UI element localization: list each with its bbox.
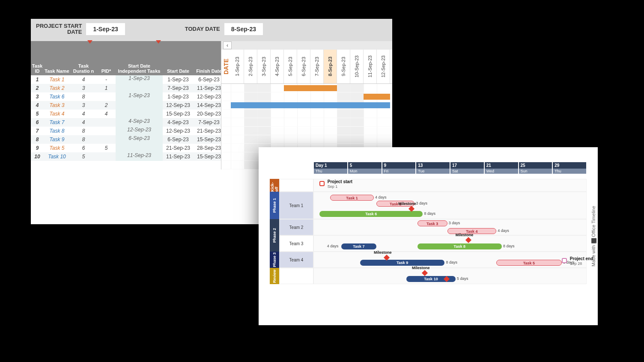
gantt-nav: ‹	[221, 41, 392, 50]
date-column: 3-Sep-23	[257, 50, 271, 83]
cell-task-name: Task 5	[44, 145, 70, 151]
timeline-lane: Task 14 daysTask 23 daysTask 68 daysMile…	[313, 192, 587, 219]
gantt-row	[221, 84, 392, 92]
cell-duration: 8	[70, 136, 97, 142]
col-task-name[interactable]: Task Name	[44, 68, 70, 74]
cell-finish: 6-Sep-23	[194, 77, 224, 83]
cell-start: 7-Sep-23	[163, 85, 194, 91]
cell-task-name: Task 9	[44, 136, 70, 142]
task-bar[interactable]: Task 7	[341, 243, 377, 249]
timeline-lane: Task 33 daysTask 44 days	[313, 219, 587, 235]
sort-icon[interactable]	[87, 40, 92, 44]
cell-duration: 4	[70, 77, 97, 83]
cell-sdi	[116, 144, 163, 152]
phase-label: Phase 2	[270, 219, 279, 252]
cell-pid: -	[97, 77, 116, 83]
task-table-header: Task ID Task Name Task Duratio n PID* St…	[31, 41, 221, 75]
cell-sdi	[116, 84, 163, 92]
cell-duration: 5	[70, 154, 97, 160]
today-label: TODAY DATE	[185, 26, 220, 32]
cell-finish: 15-Sep-23	[194, 154, 224, 160]
cell-sdi: 6-Sep-23	[116, 135, 163, 144]
task-bar[interactable]: Task 5	[496, 260, 562, 266]
sort-icon[interactable]	[156, 40, 161, 44]
milestone-label: Milestone	[398, 202, 416, 206]
timeline-lane: Task 98 daysTask 56 daysMilestoneProject…	[313, 252, 587, 268]
task-bar[interactable]: Task 1	[330, 195, 374, 201]
table-row[interactable]: 1Task 14-1-Sep-231-Sep-236-Sep-23	[31, 75, 221, 84]
cell-finish: 21-Sep-23	[194, 128, 224, 134]
task-bar[interactable]: Task 6	[319, 211, 423, 217]
gantt-row	[221, 135, 392, 144]
fade-overlay	[31, 160, 221, 224]
milestone-icon	[422, 270, 428, 276]
date-column: 11-Sep-23	[364, 50, 377, 83]
scale-cell: 25Sun	[519, 162, 553, 177]
scale-cell: 5Mon	[348, 162, 382, 177]
table-row[interactable]: 9Task 56521-Sep-2328-Sep-23	[31, 144, 221, 152]
date-column: 1-Sep-23	[231, 50, 244, 83]
scale-cell: 29Thu	[552, 162, 587, 177]
cell-start: 6-Sep-23	[163, 136, 194, 142]
office-timeline-card: Made with ⬛ Office Timeline Day 1Thu5Mon…	[259, 147, 598, 325]
cell-pid: 5	[97, 145, 116, 151]
timeline-scale: Day 1Thu5Mon9Fri13Tue17Sat21Wed25Sun29Th…	[313, 162, 587, 177]
col-task-id[interactable]: Task ID	[31, 63, 44, 74]
table-row[interactable]: 3Task 681-Sep-231-Sep-2312-Sep-23	[31, 92, 221, 101]
cell-start: 11-Sep-23	[163, 154, 194, 160]
timeline-row: Phase 2Team 2Task 33 daysTask 44 days	[270, 219, 587, 235]
cell-start: 1-Sep-23	[163, 77, 194, 83]
cell-finish: 12-Sep-23	[194, 94, 224, 100]
gantt-bar[interactable]	[364, 94, 390, 100]
col-sdi[interactable]: Start Date Independent Tasks	[116, 63, 163, 74]
project-start-label: Project start	[328, 179, 352, 184]
cell-start: 21-Sep-23	[163, 145, 194, 151]
timeline-lane: Task 74 daysTask 88 daysMilestone	[313, 235, 587, 252]
date-column: 5-Sep-23	[284, 50, 297, 83]
task-bar[interactable]: Task 9	[360, 260, 444, 266]
col-task-duration[interactable]: Task Duratio n	[70, 63, 97, 74]
task-bar[interactable]: Task 3	[417, 220, 447, 226]
scale-cell: 13Tue	[416, 162, 450, 177]
timeline-lane: Project startSep 1	[313, 179, 587, 192]
gantt-bar[interactable]	[231, 102, 390, 108]
table-row[interactable]: 5Task 44415-Sep-2320-Sep-23	[31, 110, 221, 118]
task-bar[interactable]: Task 8	[417, 243, 502, 249]
date-axis-label: DATE	[221, 50, 231, 83]
date-column: 4-Sep-23	[271, 50, 284, 83]
cell-task-id: 2	[31, 85, 44, 91]
cell-task-id: 4	[31, 102, 44, 108]
cell-duration: 8	[70, 94, 97, 100]
gantt-row	[221, 110, 392, 118]
cell-task-id: 9	[31, 145, 44, 151]
scale-cell: 9Fri	[382, 162, 416, 177]
gantt-bar[interactable]	[284, 85, 337, 91]
table-row[interactable]: 7Task 8812-Sep-2312-Sep-2321-Sep-23	[31, 127, 221, 135]
table-row[interactable]: 10Task 10511-Sep-2311-Sep-2315-Sep-23	[31, 152, 221, 161]
project-end-date: Sep 28	[570, 261, 582, 266]
table-row[interactable]: 2Task 2317-Sep-2311-Sep-23	[31, 84, 221, 92]
col-start[interactable]: Start Date	[163, 68, 194, 74]
cell-pid: 1	[97, 85, 116, 91]
team-label	[279, 179, 313, 192]
table-row[interactable]: 4Task 33212-Sep-2314-Sep-23	[31, 101, 221, 110]
col-pid[interactable]: PID*	[97, 68, 116, 74]
milestone-label: Milestone	[412, 266, 430, 270]
gantt-row	[221, 118, 392, 127]
duration-label: 8 days	[446, 260, 457, 264]
project-end-label: Project end	[570, 256, 593, 261]
date-column: 2-Sep-23	[244, 50, 257, 83]
duration-label: 8 days	[424, 211, 436, 216]
cell-task-id: 3	[31, 94, 44, 100]
made-with-brand: Made with ⬛ Office Timeline	[590, 147, 596, 325]
cell-task-name: Task 2	[44, 85, 70, 91]
project-start-date[interactable]: 1-Sep-23	[86, 23, 125, 35]
col-finish[interactable]: Finish Date	[194, 68, 224, 74]
nav-prev-button[interactable]: ‹	[223, 42, 232, 49]
table-row[interactable]: 8Task 986-Sep-236-Sep-2315-Sep-23	[31, 135, 221, 144]
table-row[interactable]: 6Task 744-Sep-234-Sep-237-Sep-23	[31, 118, 221, 127]
cell-start: 4-Sep-23	[163, 119, 194, 125]
today-date[interactable]: 8-Sep-23	[224, 23, 263, 35]
cell-task-id: 10	[31, 154, 44, 160]
date-column: 7-Sep-23	[310, 50, 324, 83]
